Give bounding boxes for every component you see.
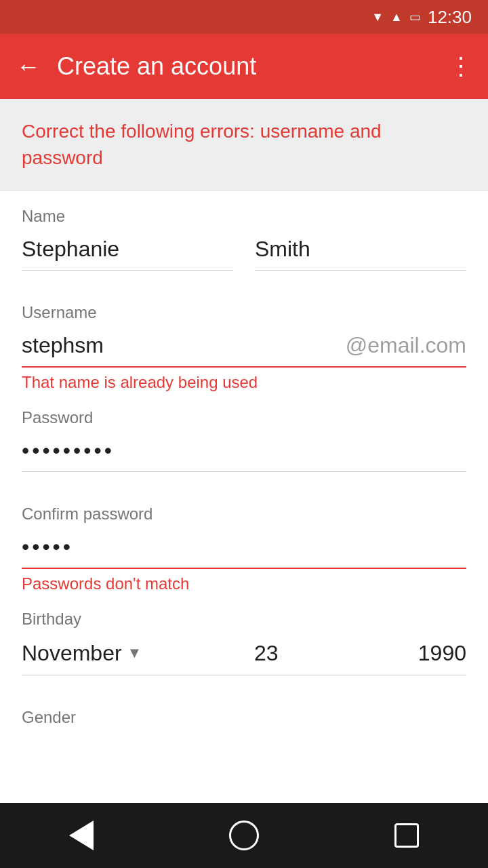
birthday-day-selector[interactable]: 23 (222, 641, 310, 666)
form-container: Name Username @email.com That name is al… (0, 191, 488, 803)
birthday-group: Birthday November ▼ 23 1990 (22, 593, 466, 675)
error-banner: Correct the following errors: username a… (0, 99, 488, 191)
birthday-label: Birthday (22, 610, 466, 629)
confirm-password-error: Passwords don't match (22, 574, 466, 593)
last-name-input[interactable] (255, 231, 466, 271)
birthday-day-value: 23 (254, 641, 279, 665)
birthday-month-value: November (22, 641, 122, 666)
username-error: That name is already being used (22, 373, 466, 392)
wifi-icon: ▼ (371, 10, 384, 24)
username-input[interactable] (22, 328, 346, 363)
nav-bar (0, 803, 488, 868)
password-input[interactable] (22, 433, 466, 472)
birthday-month-selector[interactable]: November ▼ (22, 641, 199, 666)
nav-home-icon (229, 821, 259, 850)
birthday-month-dropdown-icon: ▼ (127, 644, 142, 662)
email-suffix: @email.com (346, 333, 466, 358)
gender-group: Gender (22, 692, 466, 727)
name-label: Name (22, 207, 466, 226)
more-options-button[interactable]: ⋮ (449, 52, 472, 81)
name-row (22, 231, 466, 271)
confirm-password-group: Confirm password Passwords don't match (22, 488, 466, 593)
birthday-year-selector[interactable]: 1990 (333, 641, 466, 666)
back-button[interactable]: ← (16, 52, 41, 81)
page-title: Create an account (57, 52, 432, 81)
signal-icon: ▲ (390, 10, 403, 24)
status-icons: ▼ ▲ ▭ 12:30 (371, 7, 472, 28)
status-time: 12:30 (428, 7, 472, 28)
app-bar: ← Create an account ⋮ (0, 34, 488, 99)
nav-recents-button[interactable] (386, 815, 427, 856)
battery-icon: ▭ (409, 9, 421, 24)
error-banner-text: Correct the following errors: username a… (22, 121, 382, 168)
status-bar: ▼ ▲ ▭ 12:30 (0, 0, 488, 34)
confirm-password-label: Confirm password (22, 505, 466, 524)
first-name-field (22, 231, 233, 271)
name-group: Name (22, 191, 466, 271)
password-label: Password (22, 408, 466, 427)
confirm-password-input[interactable] (22, 529, 466, 565)
password-group: Password (22, 392, 466, 472)
nav-back-button[interactable] (61, 815, 102, 856)
nav-recents-icon (394, 823, 419, 848)
username-group: Username @email.com That name is already… (22, 287, 466, 392)
gender-label: Gender (22, 708, 466, 727)
username-label: Username (22, 303, 466, 322)
birthday-row: November ▼ 23 1990 (22, 634, 466, 675)
confirm-password-wrapper (22, 529, 466, 569)
birthday-divider-1 (210, 639, 211, 667)
last-name-field (255, 231, 466, 271)
birthday-divider-2 (321, 639, 322, 667)
first-name-input[interactable] (22, 231, 233, 271)
nav-home-button[interactable] (224, 815, 264, 856)
username-row: @email.com (22, 328, 466, 368)
birthday-year-value: 1990 (418, 641, 466, 665)
nav-back-icon (69, 821, 94, 850)
